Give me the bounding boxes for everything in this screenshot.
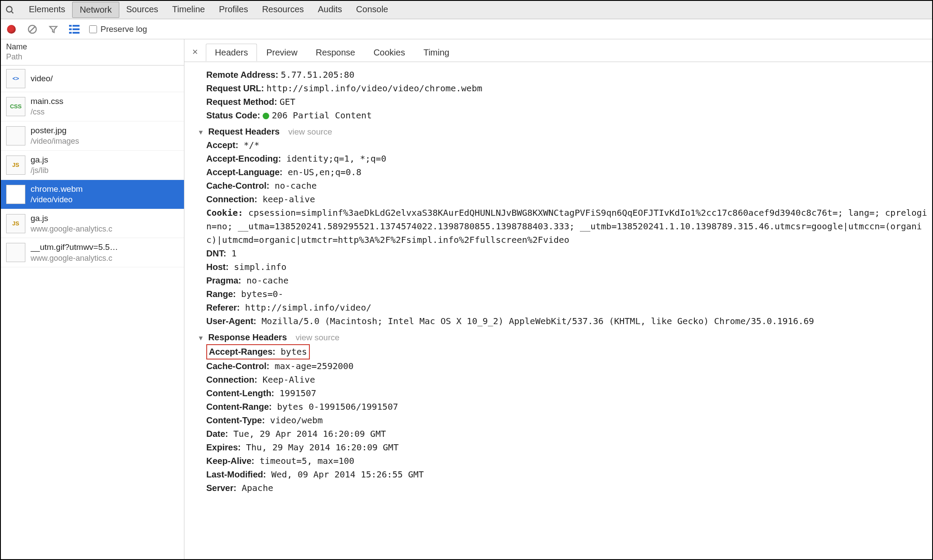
detail-tab-headers[interactable]: Headers bbox=[206, 44, 257, 61]
file-type-icon: JS bbox=[6, 156, 25, 175]
header-value: simpl.info bbox=[229, 262, 286, 272]
cookie-value: cpsession=simplinf%3aeDkLdG2elvxaS38KAur… bbox=[206, 207, 927, 245]
header-row: Content-Length: 1991507 bbox=[198, 387, 932, 400]
header-key: Range: bbox=[206, 289, 236, 299]
header-row: Connection: keep-alive bbox=[198, 193, 932, 206]
file-type-icon bbox=[6, 185, 25, 204]
main-tab-timeline[interactable]: Timeline bbox=[165, 2, 212, 18]
request-name: ga.js bbox=[31, 213, 112, 224]
request-path: www.google-analytics.c bbox=[31, 253, 118, 263]
header-row: Accept-Encoding: identity;q=1, *;q=0 bbox=[198, 152, 932, 166]
request-row[interactable]: chrome.webm/video/video bbox=[1, 180, 184, 209]
close-icon[interactable]: × bbox=[184, 46, 206, 58]
main-tab-network[interactable]: Network bbox=[72, 2, 119, 18]
header-key: Connection: bbox=[206, 375, 257, 384]
header-key: Expires: bbox=[206, 442, 241, 452]
response-headers-section[interactable]: ▼ Response Headers view source bbox=[198, 331, 932, 344]
details-panel: × HeadersPreviewResponseCookiesTiming Re… bbox=[184, 39, 932, 559]
request-path: /video/images bbox=[31, 136, 79, 146]
svg-line-3 bbox=[30, 27, 35, 32]
request-row[interactable]: __utm.gif?utmwv=5.5…www.google-analytics… bbox=[1, 238, 184, 267]
request-headers-section[interactable]: ▼ Request Headers view source bbox=[198, 125, 932, 138]
status-dot-icon bbox=[263, 113, 269, 119]
header-value: 1991507 bbox=[274, 388, 316, 398]
svg-rect-8 bbox=[69, 32, 72, 34]
file-type-icon: JS bbox=[6, 214, 25, 233]
request-name: main.css bbox=[31, 96, 63, 107]
header-value: keep-alive bbox=[257, 194, 315, 204]
request-row[interactable]: <>video/ bbox=[1, 66, 184, 92]
header-key: DNT: bbox=[206, 249, 226, 258]
detail-tab-timing[interactable]: Timing bbox=[414, 44, 458, 61]
header-key: Date: bbox=[206, 429, 228, 439]
header-row: Range: bytes=0- bbox=[198, 287, 932, 301]
header-value: http://simpl.info/video/ bbox=[240, 302, 371, 313]
request-path: /js/lib bbox=[31, 165, 49, 176]
status-code-value: 206 Partial Content bbox=[272, 110, 372, 121]
header-value: en-US,en;q=0.8 bbox=[282, 167, 361, 177]
header-key: Server: bbox=[206, 483, 236, 493]
detail-tab-response[interactable]: Response bbox=[307, 44, 364, 61]
header-row: Date: Tue, 29 Apr 2014 16:20:09 GMT bbox=[198, 427, 932, 441]
preserve-log-label: Preserve log bbox=[101, 24, 147, 34]
header-value: bytes bbox=[275, 346, 307, 357]
headers-body: Remote Address: 5.77.51.205:80 Request U… bbox=[184, 62, 932, 504]
network-toolbar: Preserve log bbox=[1, 19, 932, 39]
file-type-icon bbox=[6, 126, 25, 145]
search-icon[interactable] bbox=[4, 4, 16, 16]
svg-rect-4 bbox=[69, 25, 72, 27]
request-row[interactable]: CSSmain.css/css bbox=[1, 92, 184, 121]
main-tab-sources[interactable]: Sources bbox=[119, 2, 165, 18]
record-button[interactable] bbox=[5, 23, 17, 35]
header-value: timeout=5, max=100 bbox=[254, 456, 354, 466]
header-row: DNT: 1 bbox=[198, 247, 932, 260]
header-value: bytes 0-1991506/1991507 bbox=[272, 401, 398, 412]
header-value: max-age=2592000 bbox=[269, 361, 354, 371]
request-path: www.google-analytics.c bbox=[31, 224, 112, 234]
request-method-value: GET bbox=[280, 97, 295, 107]
header-row: Expires: Thu, 29 May 2014 16:20:09 GMT bbox=[198, 441, 932, 454]
detail-tabs: × HeadersPreviewResponseCookiesTiming bbox=[184, 39, 932, 62]
request-path: /video/video bbox=[31, 194, 83, 205]
main-tab-profiles[interactable]: Profiles bbox=[212, 2, 255, 18]
view-source-link[interactable]: view source bbox=[296, 331, 340, 344]
header-value: Tue, 29 Apr 2014 16:20:09 GMT bbox=[228, 429, 386, 439]
header-key: User-Agent: bbox=[206, 316, 256, 326]
header-row: Accept-Language: en-US,en;q=0.8 bbox=[198, 166, 932, 179]
svg-line-1 bbox=[11, 11, 14, 13]
header-key: Cache-Control: bbox=[206, 181, 269, 190]
main-tab-elements[interactable]: Elements bbox=[22, 2, 72, 18]
request-name: chrome.webm bbox=[31, 183, 83, 195]
filter-icon[interactable] bbox=[47, 23, 59, 35]
header-key: Accept-Language: bbox=[206, 167, 282, 177]
request-row[interactable]: JSga.js/js/lib bbox=[1, 151, 184, 180]
col-path: Path bbox=[6, 52, 179, 62]
clear-icon[interactable] bbox=[26, 23, 38, 35]
view-source-link[interactable]: view source bbox=[288, 125, 332, 138]
remote-address-label: Remote Address: bbox=[206, 70, 278, 80]
request-row[interactable]: poster.jpg/video/images bbox=[1, 121, 184, 151]
request-row[interactable]: JSga.jswww.google-analytics.c bbox=[1, 209, 184, 239]
svg-rect-7 bbox=[73, 28, 80, 30]
request-list-panel: Name Path <>video/CSSmain.css/cssposter.… bbox=[1, 39, 184, 559]
main-tab-console[interactable]: Console bbox=[349, 2, 395, 18]
header-value: identity;q=1, *;q=0 bbox=[281, 153, 386, 164]
view-list-icon[interactable] bbox=[68, 23, 80, 35]
request-url-value: http://simpl.info/video/video/chrome.web… bbox=[267, 83, 482, 93]
preserve-log-toggle[interactable]: Preserve log bbox=[89, 24, 147, 34]
main-tab-resources[interactable]: Resources bbox=[255, 2, 311, 18]
header-value: Keep-Alive bbox=[257, 374, 315, 385]
header-key: Connection: bbox=[206, 194, 257, 204]
header-row: Connection: Keep-Alive bbox=[198, 373, 932, 387]
preserve-log-checkbox[interactable] bbox=[89, 25, 97, 33]
request-name: __utm.gif?utmwv=5.5… bbox=[31, 242, 118, 253]
detail-tab-preview[interactable]: Preview bbox=[257, 44, 306, 61]
detail-tab-cookies[interactable]: Cookies bbox=[364, 44, 414, 61]
status-code-label: Status Code: bbox=[206, 111, 260, 120]
header-key: Host: bbox=[206, 262, 229, 272]
header-row: Server: Apache bbox=[198, 481, 932, 495]
header-key: Accept-Ranges: bbox=[209, 347, 275, 356]
svg-point-0 bbox=[7, 6, 12, 12]
header-row: Content-Range: bytes 0-1991506/1991507 bbox=[198, 400, 932, 414]
main-tab-audits[interactable]: Audits bbox=[311, 2, 349, 18]
